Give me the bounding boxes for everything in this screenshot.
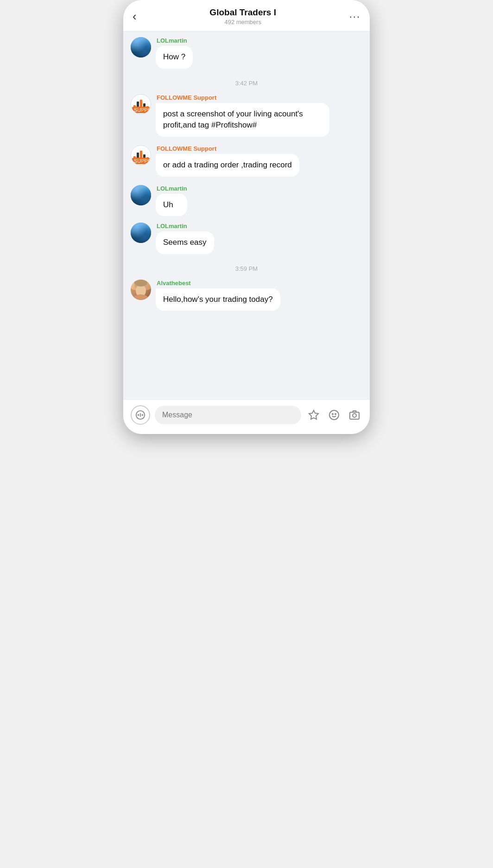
avatar-wrapper bbox=[131, 280, 151, 300]
avatar-alva bbox=[131, 280, 151, 300]
menu-button[interactable]: ··· bbox=[349, 11, 360, 23]
camera-icon[interactable] bbox=[347, 407, 362, 423]
support-label: SUPPORT bbox=[132, 107, 150, 113]
message-row: SUPPORT FOLLOWME Support post a screensh… bbox=[131, 94, 362, 137]
support-label: SUPPORT bbox=[132, 158, 150, 164]
message-bubble: Hello,how's your trading today? bbox=[156, 288, 280, 311]
message-content: LOLmartin Seems easy bbox=[156, 223, 214, 254]
message-bubble: Seems easy bbox=[156, 231, 214, 254]
voice-button[interactable] bbox=[131, 405, 150, 425]
chat-title: Global Traders I bbox=[137, 7, 349, 18]
avatar-wrapper: SUPPORT bbox=[131, 145, 151, 166]
sender-name: LOLmartin bbox=[157, 185, 187, 192]
chat-area: LOLmartin How ? 3:42 PM SUPPORT bbox=[123, 32, 370, 399]
avatar-wrapper bbox=[131, 37, 151, 57]
sender-name: Alvathebest bbox=[157, 280, 280, 287]
sender-name: LOLmartin bbox=[157, 223, 214, 230]
avatar-wrapper bbox=[131, 185, 151, 205]
svg-point-6 bbox=[332, 414, 333, 415]
message-content: FOLLOWME Support post a screenshot of yo… bbox=[156, 94, 329, 137]
avatar bbox=[131, 185, 151, 205]
svg-point-9 bbox=[353, 414, 356, 417]
svg-point-7 bbox=[335, 414, 336, 415]
message-row: LOLmartin Seems easy bbox=[131, 223, 362, 254]
message-bubble: How ? bbox=[156, 46, 193, 69]
feature-icon[interactable] bbox=[306, 407, 322, 423]
emoji-icon[interactable] bbox=[326, 407, 342, 423]
message-content: LOLmartin How ? bbox=[156, 37, 193, 69]
message-row: LOLmartin How ? bbox=[131, 37, 362, 69]
message-content: LOLmartin Uh bbox=[156, 185, 187, 217]
header-center: Global Traders I 492 members bbox=[137, 7, 349, 26]
avatar-wrapper: SUPPORT bbox=[131, 94, 151, 115]
svg-point-5 bbox=[329, 410, 339, 420]
message-row: LOLmartin Uh bbox=[131, 185, 362, 217]
back-button[interactable]: ‹ bbox=[133, 9, 137, 24]
avatar bbox=[131, 223, 151, 243]
avatar-followme: SUPPORT bbox=[131, 94, 151, 115]
timestamp: 3:42 PM bbox=[131, 80, 362, 87]
timestamp: 3:59 PM bbox=[131, 265, 362, 272]
message-input[interactable] bbox=[155, 406, 301, 424]
message-row: Alvathebest Hello,how's your trading tod… bbox=[131, 280, 362, 311]
bottom-icons bbox=[306, 407, 362, 423]
message-content: FOLLOWME Support or add a trading order … bbox=[156, 145, 299, 177]
message-bubble: or add a trading order ,trading record bbox=[156, 154, 299, 177]
sender-name: LOLmartin bbox=[157, 37, 193, 44]
avatar-followme: SUPPORT bbox=[131, 145, 151, 166]
bottom-bar bbox=[123, 399, 370, 434]
message-row: SUPPORT FOLLOWME Support or add a tradin… bbox=[131, 145, 362, 177]
chat-header: ‹ Global Traders I 492 members ··· bbox=[123, 0, 370, 32]
member-count: 492 members bbox=[137, 19, 349, 26]
phone-container: ‹ Global Traders I 492 members ··· LOLma… bbox=[123, 0, 370, 434]
avatar-wrapper bbox=[131, 223, 151, 243]
message-bubble: Uh bbox=[156, 194, 187, 217]
message-content: Alvathebest Hello,how's your trading tod… bbox=[156, 280, 280, 311]
svg-point-3 bbox=[133, 294, 149, 300]
avatar bbox=[131, 37, 151, 57]
sender-name: FOLLOWME Support bbox=[157, 145, 299, 152]
message-bubble: post a screenshot of your living acount'… bbox=[156, 103, 329, 137]
sender-name: FOLLOWME Support bbox=[157, 94, 329, 101]
